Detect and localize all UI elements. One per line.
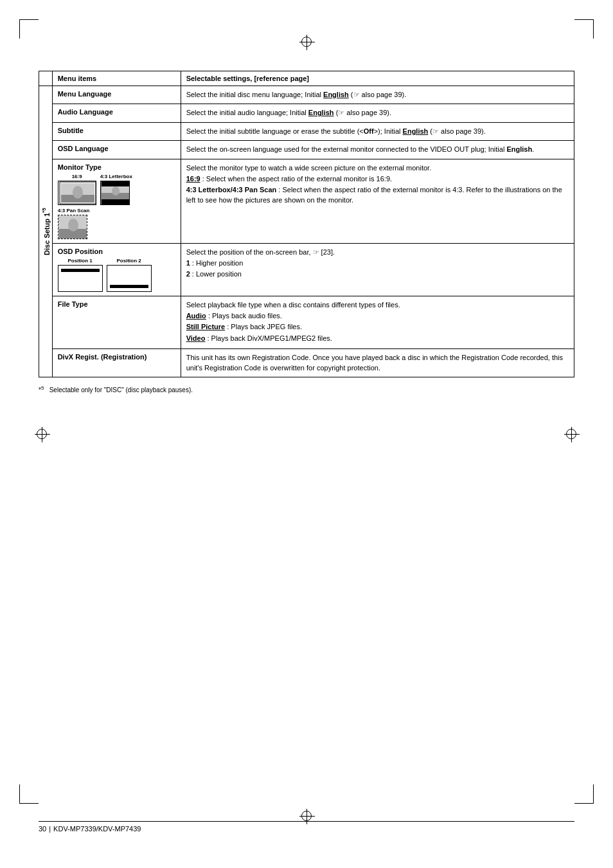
table-row: File Type Select playback file type when…: [39, 296, 574, 349]
crosshair-bottom: [301, 811, 312, 821]
osd-bar-pos1: [61, 269, 100, 272]
monitor-letterbox-label: 4:3 Letterbox: [100, 174, 132, 179]
monitor-illustration: 16:9: [58, 174, 175, 239]
osd-pos1: Position 1: [58, 258, 103, 292]
side-col-header: [39, 71, 53, 86]
menu-language-desc: Select the initial disc menu language; I…: [181, 86, 574, 104]
page-number-area: 30 | KDV-MP7339/KDV-MP7439: [39, 825, 141, 833]
svg-point-9: [112, 186, 120, 195]
monitor-panscan-svg: [58, 215, 87, 239]
monitor-row-top: 16:9: [58, 174, 175, 205]
table-row: DivX Regist. (Registration) This unit ha…: [39, 349, 574, 377]
table-row: Audio Language Select the initial audio …: [39, 104, 574, 122]
monitor-panscan-label: 4:3 Pan Scan: [58, 208, 90, 213]
file-type-label: File Type: [52, 296, 181, 349]
monitor-169-box: [58, 181, 96, 205]
table-row: Disc Setup 1*5 Menu Language Select the …: [39, 86, 574, 104]
monitor-169-svg: [58, 181, 96, 205]
osd-pos1-box: [58, 265, 103, 292]
monitor-panscan: 4:3 Pan Scan: [58, 208, 90, 239]
corner-bl: [19, 784, 39, 804]
monitor-panscan-box: [58, 215, 87, 239]
monitor-letterbox-box: [100, 181, 130, 205]
file-type-desc-text: Select playback file type when a disc co…: [186, 300, 569, 344]
osd-pos1-label: Position 1: [58, 258, 103, 264]
page-separator-text: |: [49, 825, 51, 833]
monitor-169: 16:9: [58, 174, 96, 205]
osd-position-desc-text: Select the position of the on-screen bar…: [186, 248, 569, 280]
svg-rect-5: [102, 181, 129, 186]
osd-pos2: Position 2: [107, 258, 152, 292]
main-content: Menu items Selectable settings, [referen…: [39, 71, 574, 791]
corner-tr: [574, 19, 594, 39]
footer-marker: *5: [39, 386, 48, 393]
footer-text: Selectable only for "DISC" (disc playbac…: [49, 386, 193, 393]
osd-language-desc: Select the on-screen language used for t…: [181, 141, 574, 159]
table-row: Monitor Type 16:9: [39, 159, 574, 243]
divx-regist-label: DivX Regist. (Registration): [52, 349, 181, 377]
file-type-desc: Select playback file type when a disc co…: [181, 296, 574, 349]
table-row: Subtitle Select the initial subtitle lan…: [39, 122, 574, 140]
disc-setup-label: Disc Setup 1*5: [39, 86, 53, 377]
col-header-settings: Selectable settings, [reference page]: [181, 71, 574, 86]
osd-bar-pos2: [110, 285, 148, 288]
osd-language-label: OSD Language: [52, 141, 181, 159]
osd-pos2-box: [107, 265, 152, 292]
menu-language-label: Menu Language: [52, 86, 181, 104]
monitor-type-desc-text: Select the monitor type to watch a wide …: [186, 163, 569, 206]
osd-illustration: Position 1 Position 2: [58, 258, 175, 292]
osd-position-label: OSD Position Position 1 Position 2: [52, 243, 181, 296]
monitor-type-desc: Select the monitor type to watch a wide …: [181, 159, 574, 243]
svg-rect-6: [102, 199, 129, 204]
table-row: OSD Language Select the on-screen langua…: [39, 141, 574, 159]
osd-pos2-label: Position 2: [107, 258, 152, 264]
svg-point-3: [73, 186, 83, 199]
audio-language-desc: Select the initial audio language; Initi…: [181, 104, 574, 122]
footer-note: *5 Selectable only for "DISC" (disc play…: [39, 385, 574, 393]
monitor-row-bottom: 4:3 Pan Scan: [58, 208, 175, 239]
corner-tl: [19, 19, 39, 39]
audio-language-label: Audio Language: [52, 104, 181, 122]
page-number: 30: [39, 825, 46, 833]
page-separator: [39, 821, 574, 822]
settings-table: Menu items Selectable settings, [referen…: [39, 71, 574, 377]
crosshair-top: [301, 37, 312, 47]
page-model: KDV-MP7339/KDV-MP7439: [53, 825, 141, 833]
divx-regist-desc: This unit has its own Registration Code.…: [181, 349, 574, 377]
corner-br: [574, 784, 594, 804]
svg-point-13: [68, 219, 78, 231]
subtitle-label: Subtitle: [52, 122, 181, 140]
monitor-letterbox: 4:3 Letterbox: [100, 174, 132, 205]
osd-position-desc: Select the position of the on-screen bar…: [181, 243, 574, 296]
col-header-menu: Menu items: [52, 71, 181, 86]
monitor-169-label: 16:9: [58, 174, 96, 179]
table-row: OSD Position Position 1 Position 2: [39, 243, 574, 296]
monitor-type-label: Monitor Type 16:9: [52, 159, 181, 243]
subtitle-desc: Select the initial subtitle language or …: [181, 122, 574, 140]
monitor-letterbox-svg: [101, 181, 129, 205]
